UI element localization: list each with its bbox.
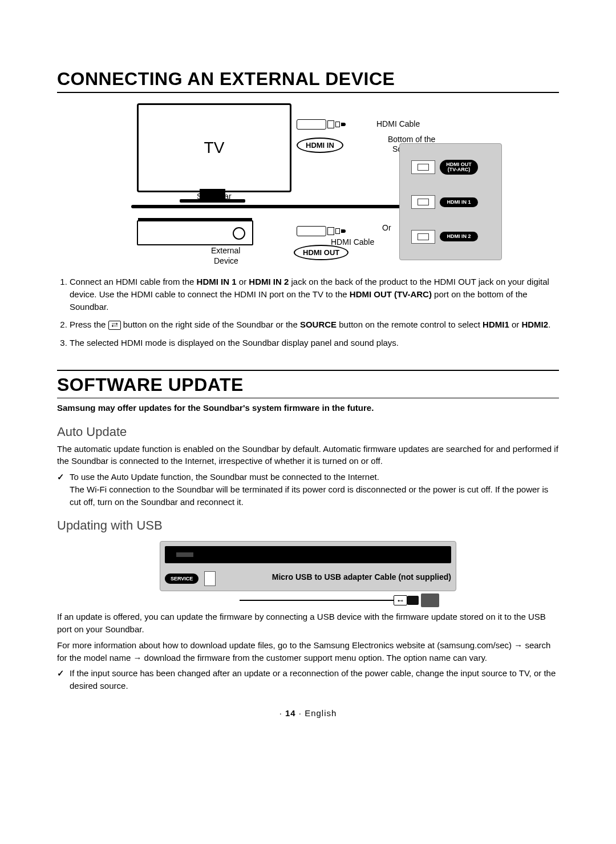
connection-diagram: TV HDMI IN HDMI OUT HDMI Cable Bottom of… (131, 103, 502, 269)
arrow-icon: → (133, 652, 141, 664)
usb-flash-drive-icon (407, 593, 439, 607)
port-slot-icon (411, 160, 435, 174)
arrow-icon: → (514, 639, 522, 652)
hdmi-in-label: HDMI IN (297, 138, 343, 153)
or-label: Or (382, 223, 391, 232)
auto-update-note-1: To use the Auto Update function, the Sou… (70, 471, 559, 508)
port-row-hdmi-in2: HDMI IN 2 (411, 230, 498, 244)
usb-update-p1: If an update is offered, you can update … (57, 611, 559, 636)
port-slot-icon (411, 230, 435, 244)
step-1: Connect an HDMI cable from the HDMI IN 1… (70, 276, 559, 313)
port-label-hdmi-in2: HDMI IN 2 (440, 232, 478, 241)
usb-update-note-1: If the input source has been changed aft… (70, 667, 559, 692)
usb-update-notes: If the input source has been changed aft… (57, 667, 559, 692)
service-port-icon (204, 571, 216, 586)
section-title-software-update: SOFTWARE UPDATE (57, 374, 559, 398)
auto-update-heading: Auto Update (57, 425, 559, 439)
port-row-hdmi-out: HDMI OUT (TV-ARC) (411, 160, 498, 175)
diagram-port-panel: HDMI OUT (TV-ARC) HDMI IN 1 HDMI IN 2 (399, 143, 502, 260)
diagram-hdmi-plug-bottom (297, 226, 346, 236)
diagram-external-device (137, 220, 253, 245)
page-footer: · 14 · English (57, 708, 559, 718)
software-update-intro: Samsung may offer updates for the Soundb… (57, 402, 559, 414)
step-3: The selected HDMI mode is displayed on t… (70, 337, 559, 349)
diagram-soundbar-display (165, 546, 451, 563)
port-row-hdmi-in1: HDMI IN 1 (411, 195, 498, 209)
port-label-hdmi-in1: HDMI IN 1 (440, 197, 478, 207)
diagram-hdmi-plug-top (297, 119, 346, 130)
soundbar-label: Soundbar (197, 192, 232, 201)
external-device-line2: Device (214, 256, 238, 265)
auto-update-paragraph: The automatic update function is enabled… (57, 443, 559, 468)
bottom-of-soundbar-line1: Bottom of the (388, 135, 435, 144)
external-device-line1: External (211, 246, 240, 255)
port-label-hdmi-out-tvarc: HDMI OUT (TV-ARC) (440, 160, 478, 175)
source-icon: ⮂ (108, 321, 121, 330)
step-2: Press the ⮂ button on the right side of … (70, 318, 559, 331)
service-port-label: SERVICE (165, 574, 198, 584)
hdmi-out-label: HDMI OUT (294, 245, 348, 260)
usb-adapter-caption: Micro USB to USB adapter Cable (not supp… (272, 572, 451, 581)
usb-update-p2: For more information about how to downlo… (57, 639, 559, 664)
usb-update-diagram: SERVICE Micro USB to USB adapter Cable (… (57, 541, 559, 607)
diagram-soundbar-body: SERVICE Micro USB to USB adapter Cable (… (160, 541, 456, 591)
hdmi-cable-label-top: HDMI Cable (376, 119, 420, 128)
port-slot-icon (411, 195, 435, 209)
auto-update-notes: To use the Auto Update function, the Sou… (57, 471, 559, 508)
updating-usb-heading: Updating with USB (57, 518, 559, 533)
hdmi-cable-label-bottom: HDMI Cable (331, 237, 374, 247)
page-number: 14 (285, 708, 296, 718)
section-title-connecting: CONNECTING AN EXTERNAL DEVICE (57, 68, 559, 93)
port-label-line2: (TV-ARC) (448, 167, 471, 172)
tv-label: TV (204, 139, 225, 157)
usb-cable-line (240, 600, 394, 601)
connection-steps-list: Connect an HDMI cable from the HDMI IN 1… (57, 276, 559, 349)
page-language: English (305, 708, 337, 718)
usb-icon: ⊷ (394, 595, 407, 605)
diagram-tv: TV (137, 103, 291, 192)
